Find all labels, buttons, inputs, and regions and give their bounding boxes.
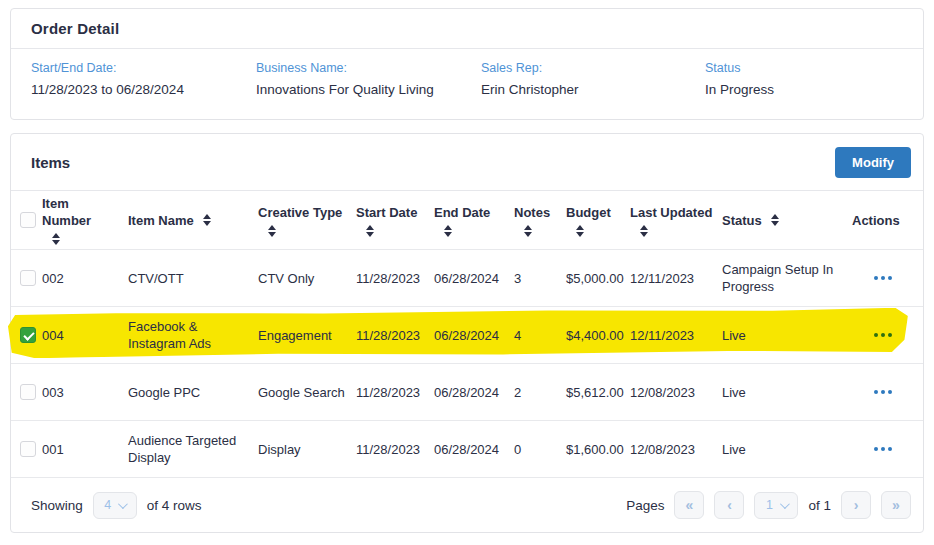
cell-last_updated: 12/08/2023 bbox=[630, 384, 722, 401]
dot-icon bbox=[874, 333, 878, 337]
field-value: In Progress bbox=[705, 82, 923, 97]
dot-icon bbox=[874, 390, 878, 394]
field-label: Business Name: bbox=[256, 61, 481, 75]
next-page-icon: › bbox=[854, 497, 859, 513]
previous-page-icon: ‹ bbox=[727, 497, 732, 513]
of-pages-label: of 1 bbox=[808, 498, 831, 513]
sort-arrows-icon bbox=[771, 214, 779, 226]
next-page-button[interactable]: › bbox=[841, 491, 871, 519]
field-sales-rep: Sales Rep: Erin Christopher bbox=[481, 61, 705, 97]
previous-page-button[interactable]: ‹ bbox=[714, 491, 744, 519]
chevron-down-icon bbox=[780, 499, 790, 509]
row-checkbox[interactable] bbox=[20, 384, 36, 400]
last-page-button[interactable]: » bbox=[881, 491, 911, 519]
checkbox-cell bbox=[20, 212, 42, 228]
column-label: Item Name bbox=[128, 212, 194, 229]
dot-icon bbox=[881, 447, 885, 451]
column-label: Start Date bbox=[356, 204, 426, 221]
select-all-checkbox[interactable] bbox=[20, 212, 36, 228]
cell-item_name: Google PPC bbox=[128, 384, 258, 401]
cell-item_number: 002 bbox=[42, 270, 128, 287]
sort-arrows-icon bbox=[203, 214, 211, 226]
field-business-name: Business Name: Innovations For Quality L… bbox=[256, 61, 481, 97]
sort-arrows-icon bbox=[268, 225, 276, 237]
column-header-item_name[interactable]: Item Name bbox=[128, 212, 258, 229]
column-label: Item Number bbox=[42, 195, 120, 229]
modify-button[interactable]: Modify bbox=[835, 147, 911, 178]
row-actions-menu-button[interactable] bbox=[870, 270, 896, 286]
cell-status: Campaign Setup In Progress bbox=[722, 261, 852, 295]
page: Order Detail Start/End Date: 11/28/2023 … bbox=[0, 0, 934, 545]
showing-label: Showing bbox=[31, 498, 83, 513]
row-actions-menu-button[interactable] bbox=[870, 384, 896, 400]
cell-actions bbox=[852, 270, 914, 286]
cell-item_name: Facebook & Instagram Ads bbox=[128, 318, 258, 352]
order-detail-card: Order Detail Start/End Date: 11/28/2023 … bbox=[10, 8, 924, 120]
column-header-start_date[interactable]: Start Date bbox=[356, 204, 434, 237]
items-header: Items Modify bbox=[11, 134, 923, 191]
cell-end_date: 06/28/2024 bbox=[434, 384, 514, 401]
cell-creative_type: CTV Only bbox=[258, 270, 356, 287]
cell-creative_type: Engagement bbox=[258, 327, 356, 344]
cell-item_number: 004 bbox=[42, 327, 128, 344]
table-header-row: Item NumberItem NameCreative TypeStart D… bbox=[11, 191, 923, 250]
row-checkbox[interactable] bbox=[20, 327, 36, 343]
sort-arrows-icon bbox=[366, 225, 374, 237]
items-card: Items Modify Item NumberItem NameCreativ… bbox=[10, 133, 924, 533]
table-body: 002CTV/OTTCTV Only11/28/202306/28/20243$… bbox=[11, 250, 923, 478]
table-row-item-002: 002CTV/OTTCTV Only11/28/202306/28/20243$… bbox=[11, 250, 923, 307]
dot-icon bbox=[888, 276, 892, 280]
table-row-item-003: 003Google PPCGoogle Search11/28/202306/2… bbox=[11, 364, 923, 421]
cell-status: Live bbox=[722, 327, 852, 344]
column-label: Creative Type bbox=[258, 204, 348, 221]
dot-icon bbox=[881, 390, 885, 394]
dot-icon bbox=[888, 390, 892, 394]
cell-budget: $4,400.00 bbox=[566, 327, 630, 344]
sort-arrows-icon bbox=[52, 233, 60, 245]
table-footer: Showing 4 of 4 rows Pages « ‹ 1 of 1 › » bbox=[11, 478, 923, 532]
cell-creative_type: Google Search bbox=[258, 384, 356, 401]
column-header-creative_type[interactable]: Creative Type bbox=[258, 204, 356, 237]
row-checkbox[interactable] bbox=[20, 441, 36, 457]
field-label: Sales Rep: bbox=[481, 61, 705, 75]
cell-notes: 3 bbox=[514, 270, 566, 287]
cell-status: Live bbox=[722, 384, 852, 401]
cell-start_date: 11/28/2023 bbox=[356, 384, 434, 401]
cell-creative_type: Display bbox=[258, 441, 356, 458]
dot-icon bbox=[888, 447, 892, 451]
cell-end_date: 06/28/2024 bbox=[434, 327, 514, 344]
pagination-control: Pages « ‹ 1 of 1 › » bbox=[626, 491, 911, 519]
cell-item_name: Audience Targeted Display bbox=[128, 432, 258, 466]
sort-arrows-icon bbox=[444, 225, 452, 237]
checkbox-cell bbox=[20, 441, 42, 457]
column-header-notes[interactable]: Notes bbox=[514, 204, 566, 237]
rows-per-page-select[interactable]: 4 bbox=[93, 492, 137, 519]
column-header-end_date[interactable]: End Date bbox=[434, 204, 514, 237]
field-label: Start/End Date: bbox=[31, 61, 256, 75]
sort-arrows-icon bbox=[640, 225, 648, 237]
column-label: Actions bbox=[852, 212, 906, 229]
cell-budget: $1,600.00 bbox=[566, 441, 630, 458]
row-actions-menu-button[interactable] bbox=[870, 441, 896, 457]
column-header-last_updated[interactable]: Last Updated bbox=[630, 204, 722, 237]
sort-arrows-icon bbox=[524, 225, 532, 237]
order-detail-fields: Start/End Date: 11/28/2023 to 06/28/2024… bbox=[11, 49, 923, 97]
row-actions-menu-button[interactable] bbox=[870, 327, 896, 343]
cell-notes: 0 bbox=[514, 441, 566, 458]
column-header-status[interactable]: Status bbox=[722, 212, 852, 229]
first-page-button[interactable]: « bbox=[674, 491, 704, 519]
column-label: Last Updated bbox=[630, 204, 714, 221]
chevron-down-icon bbox=[118, 499, 128, 509]
last-page-icon: » bbox=[892, 497, 900, 513]
order-detail-title: Order Detail bbox=[31, 20, 119, 37]
cell-start_date: 11/28/2023 bbox=[356, 270, 434, 287]
column-header-budget[interactable]: Budget bbox=[566, 204, 630, 237]
column-header-item_number[interactable]: Item Number bbox=[42, 195, 128, 245]
cell-last_updated: 12/11/2023 bbox=[630, 327, 722, 344]
items-title: Items bbox=[31, 154, 70, 171]
row-checkbox[interactable] bbox=[20, 270, 36, 286]
dot-icon bbox=[881, 276, 885, 280]
page-select[interactable]: 1 bbox=[754, 492, 798, 519]
dot-icon bbox=[881, 333, 885, 337]
field-start-end-date: Start/End Date: 11/28/2023 to 06/28/2024 bbox=[31, 61, 256, 97]
